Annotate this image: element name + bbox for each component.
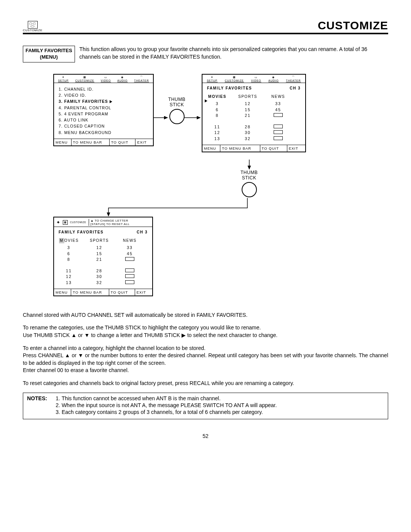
page-header: ▢▫▢▫▢▫ CUSTOMIZE CUSTOMIZE [23,19,388,34]
tab-audio: ◉AUDIO [117,76,127,82]
thumb-stick-2: THUMB STICK [241,170,258,197]
menu-item: 4. PARENTAL CONTROL [59,105,148,111]
tab-customize: ▦CUSTOMIZE [75,76,94,82]
header-icon-label: CUSTOMIZE [23,29,42,32]
osd-footer: MENU TO MENU BAR TO QUIT EXIT [54,139,153,145]
ff-cat-sports: SPORTS [237,94,258,100]
osd-rename-body: FAMILY FAVORITES CH 3 MOVIES 368 111213 … [54,227,152,289]
osd-footer: MENUTO MENU BARTO QUITEXIT [202,145,305,152]
tab-customize: ▦CUSTOMIZE [225,76,244,82]
footer-exit: EXIT [135,139,153,145]
ff-cat-movies: MOVIES [207,94,228,100]
section-intro: FAMILY FAVORITES (MENU) This function al… [23,46,388,62]
ff-channel: CH 3 [290,86,301,90]
osd-panel-rename: ✦ ▦ CUSTOMIZE ▲ TO CHANGE LETTER [STATUS… [53,217,153,296]
menu-item: 6. AUTO LINK [59,117,148,123]
ff-title: FAMILY FAVORITES [207,86,252,90]
tab-theater: ⌒THEATER [286,76,301,82]
osd-menu-list: 1. CHANNEL ID. 2. VIDEO ID. 3. FAMILY FA… [54,83,153,139]
osd-tabs: ✦SETUP ▦CUSTOMIZE ▭VIDEO ◉AUDIO ⌒THEATER [54,75,153,83]
rename-hint-1: ▲ TO CHANGE LETTER [91,219,130,222]
intro-box: FAMILY FAVORITES (MENU) [23,46,75,62]
rename-hint-2: [STATUS] TO RESET ALL [91,222,130,226]
menu-item: 2. VIDEO ID. [59,92,148,98]
osd-panel-family-favorites: ✦SETUP ▦CUSTOMIZE ▭VIDEO ◉AUDIO ⌒THEATER… [202,74,306,152]
intro-text: This function allows you to group your f… [80,46,388,61]
thumb-stick-ring [169,109,185,124]
menu-item: 5. 4 EVENT PROGRAM [59,111,148,117]
thumb-stick-1: THUMB STICK [168,97,185,124]
tab-setup: ✦SETUP [207,76,217,82]
body-p1: Channel stored with AUTO CHANNEL SET wil… [23,312,388,319]
menu-item: 1. CHANNEL ID. [59,86,148,92]
body-p6: Enter channel 00 to erase a favorite cha… [23,367,388,374]
notes-item: This function cannot be accessed when AN… [62,395,277,401]
menu-item-selected: 3. FAMILY FAVORITES [59,98,148,104]
osd-ff-body: FAMILY FAVORITES CH 3 MOVIES 368 111213 … [202,83,305,145]
page-number: 52 [23,433,388,439]
page-title: CUSTOMIZE [318,19,388,32]
header-icon: ▢▫▢▫▢▫ CUSTOMIZE [23,21,42,32]
diagram: ✦SETUP ▦CUSTOMIZE ▭VIDEO ◉AUDIO ⌒THEATER… [49,74,362,302]
osd-tabs: ✦SETUP ▦CUSTOMIZE ▭VIDEO ◉AUDIO ⌒THEATER [202,75,305,83]
intro-box-line1: FAMILY FAVORITES [25,48,72,53]
footer-quit: TO QUIT [110,139,135,145]
tab-audio: ◉AUDIO [268,76,279,82]
menu-item: 8. MENU BACKGROUND [59,129,148,136]
menu-item: 7. CLOSED CAPTION [59,123,148,129]
body-p7: To reset categories and channels back to… [23,380,388,387]
footer-menu: MENU [54,139,72,145]
intro-box-line2: (MENU) [40,54,58,60]
tab-video: ▭VIDEO [251,76,261,82]
tab-video: ▭VIDEO [101,76,111,82]
notes-list: This function cannot be accessed when AN… [53,395,277,416]
body-p4: To enter a channel into a category, high… [23,345,388,352]
thumb-stick-label: THUMB STICK [241,170,258,181]
tab-theater: ⌒THEATER [134,76,149,82]
notes-box: NOTES: This function cannot be accessed … [23,393,388,419]
notes-item: Each category contains 2 groups of 3 cha… [62,409,277,415]
footer-menubar: TO MENU BAR [72,139,110,145]
ff-categories: MOVIES 368 111213 SPORTS 121521 283032 N… [207,94,301,142]
osd-panel-customize-menu: ✦SETUP ▦CUSTOMIZE ▭VIDEO ◉AUDIO ⌒THEATER… [53,74,154,146]
ff-cat-movies-edit: MOVIES [59,238,79,244]
body-p3: Use THUMB STICK ▲ or ▼ to change a lette… [23,332,388,339]
notes-label: NOTES: [27,395,49,416]
notes-item: When the input source is not ANT A, the … [62,402,277,408]
tab-setup: ✦SETUP [58,76,68,82]
body-p2: To rename the categories, use the THUMB … [23,324,388,332]
body-p5: Press CHANNEL ▲ or ▼ or the number butto… [23,352,388,367]
ff-cat-news: NEWS [268,94,288,100]
body-text: Channel stored with AUTO CHANNEL SET wil… [23,312,388,387]
thumb-stick-label: THUMB STICK [168,97,185,107]
